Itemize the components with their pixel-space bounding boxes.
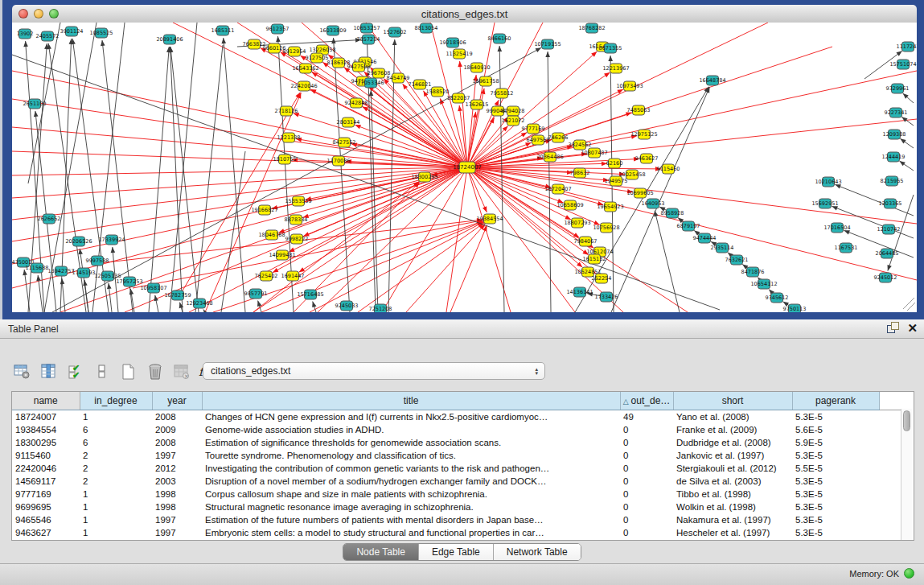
- graph-node[interactable]: 1167531: [835, 243, 858, 253]
- column-header-short[interactable]: short: [673, 392, 792, 410]
- memory-status-icon[interactable]: [904, 568, 914, 579]
- table-cell[interactable]: 0: [620, 501, 673, 513]
- graph-node[interactable]: 1115688: [26, 263, 49, 273]
- graph-node[interactable]: 17016504: [823, 223, 850, 233]
- graph-node[interactable]: 3824562: [569, 140, 592, 150]
- show-column-button[interactable]: [38, 360, 60, 384]
- graph-node[interactable]: 8671355: [599, 43, 622, 53]
- graph-node[interactable]: 16543362: [292, 64, 318, 73]
- graph-node[interactable]: 7955812: [491, 89, 514, 98]
- graph-node[interactable]: 19218506: [439, 38, 466, 47]
- graph-node[interactable]: 17957253: [116, 277, 142, 286]
- table-cell[interactable]: Tourette syndrome. Phenomenology and cla…: [202, 449, 620, 462]
- table-row[interactable]: 1872400712008Changes of HCN gene express…: [12, 410, 901, 424]
- graph-node[interactable]: 1527602: [384, 27, 407, 37]
- graph-node[interactable]: 2064485: [876, 249, 899, 258]
- graph-node[interactable]: 1615132: [583, 254, 606, 264]
- table-cell[interactable]: Dudbridge et al. (2008): [673, 436, 792, 449]
- tab-network-table[interactable]: Network Table: [494, 544, 581, 560]
- table-cell[interactable]: Genome-wide association studies in ADHD.: [202, 423, 620, 436]
- table-cell[interactable]: 5.5E-5: [792, 462, 879, 475]
- graph-node[interactable]: 6879197: [677, 221, 700, 231]
- table-cell[interactable]: 1: [80, 526, 152, 539]
- graph-node[interactable]: 10653257: [353, 23, 380, 33]
- network-view-canvas[interactable]: 7663822966012689129541322605891275058186…: [12, 23, 917, 312]
- table-cell[interactable]: 0: [620, 526, 673, 539]
- graph-node[interactable]: 1691447: [281, 271, 305, 281]
- table-cell[interactable]: 1998: [152, 501, 202, 513]
- column-header-in-degree[interactable]: in_degree: [80, 392, 152, 410]
- graph-node[interactable]: 18046768: [258, 230, 285, 240]
- table-cell[interactable]: Yano et al. (2008): [673, 410, 792, 424]
- graph-node[interactable]: 9474444: [693, 233, 717, 243]
- graph-node[interactable]: 8215955: [881, 176, 904, 186]
- network-window-titlebar[interactable]: citations_edges.txt: [12, 5, 917, 23]
- graph-node[interactable]: 9227341: [885, 108, 908, 117]
- table-cell[interactable]: Hescheler et al. (1997): [673, 526, 792, 539]
- table-cell[interactable]: 1997: [152, 526, 202, 539]
- graph-node[interactable]: 7625402: [255, 271, 278, 281]
- select-columns-button[interactable]: ✔ ✔: [64, 360, 87, 384]
- graph-node[interactable]: 746266: [548, 133, 569, 142]
- table-cell[interactable]: Investigating the contribution of common…: [202, 462, 620, 475]
- graph-node[interactable]: 798632: [570, 168, 590, 178]
- table-row[interactable]: 977716911998Corpus callosum shape and si…: [12, 488, 901, 501]
- table-cell[interactable]: 5.3E-5: [792, 488, 879, 501]
- table-row[interactable]: 1830029562008Estimation of significance …: [12, 436, 901, 449]
- graph-node[interactable]: 9329961: [886, 84, 910, 93]
- table-row[interactable]: 946362711997Embryonic stem cells: a mode…: [12, 526, 901, 539]
- graph-node[interactable]: 10719155: [534, 39, 561, 49]
- graph-node[interactable]: 7485063: [627, 105, 651, 115]
- graph-node[interactable]: 9777169: [522, 124, 545, 134]
- canvas-resize-grip[interactable]: [903, 298, 915, 311]
- table-cell[interactable]: 1: [80, 410, 152, 424]
- graph-node[interactable]: 8471876: [741, 267, 765, 277]
- graph-node[interactable]: 9245033: [335, 301, 359, 311]
- column-header-title[interactable]: title: [202, 392, 620, 410]
- table-cell[interactable]: 1997: [152, 513, 202, 526]
- graph-node[interactable]: 1170086: [327, 156, 351, 166]
- graph-node[interactable]: 1588520: [426, 87, 450, 97]
- table-cell[interactable]: 18724007: [12, 410, 80, 424]
- graph-node[interactable]: 252254: [592, 274, 612, 283]
- graph-node[interactable]: 1085525: [90, 28, 113, 38]
- graph-node[interactable]: 3901124: [60, 27, 84, 36]
- graph-node[interactable]: 15716485: [297, 290, 323, 299]
- table-cell[interactable]: 22420046: [12, 462, 80, 475]
- graph-node[interactable]: 20206526: [65, 237, 92, 246]
- table-settings-button[interactable]: [11, 360, 34, 384]
- graph-node[interactable]: 10973493: [616, 81, 643, 91]
- graph-node[interactable]: 14099481: [269, 250, 295, 260]
- table-cell[interactable]: Structural magnetic resonance image aver…: [202, 501, 620, 513]
- float-panel-icon[interactable]: [887, 322, 899, 334]
- graph-node[interactable]: 7146821: [409, 80, 432, 89]
- graph-node[interactable]: 1685311: [211, 26, 235, 35]
- graph-node[interactable]: 10658609: [556, 200, 583, 210]
- graph-node[interactable]: 2405572: [36, 31, 60, 41]
- table-cell[interactable]: Changes of HCN gene expression and I(f) …: [202, 410, 620, 424]
- graph-node[interactable]: 1362615: [466, 100, 489, 109]
- table-cell[interactable]: 9465546: [12, 513, 80, 526]
- graph-node[interactable]: 10210643: [815, 177, 841, 187]
- row-height-button[interactable]: [91, 360, 113, 384]
- graph-node[interactable]: 21053346: [357, 78, 384, 88]
- graph-node[interactable]: 16033809: [319, 26, 346, 35]
- column-header-year[interactable]: year: [152, 392, 202, 410]
- table-cell[interactable]: 5.9E-5: [792, 436, 879, 449]
- table-row[interactable]: 946554611997Estimation of the future num…: [12, 513, 901, 526]
- graph-node[interactable]: 9997588: [86, 256, 109, 266]
- table-cell[interactable]: 1998: [152, 488, 202, 501]
- table-scrollbar[interactable]: [901, 409, 912, 540]
- graph-node[interactable]: 9245012: [874, 273, 897, 282]
- graph-node[interactable]: 2626652: [38, 214, 61, 224]
- graph-node[interactable]: 7632621: [725, 255, 749, 265]
- table-cell[interactable]: 0: [620, 436, 673, 449]
- graph-node[interactable]: 20364486: [536, 152, 563, 162]
- graph-node[interactable]: 8466160: [488, 34, 511, 43]
- graph-node[interactable]: 12923468: [186, 299, 212, 308]
- graph-node[interactable]: 7984067: [574, 237, 598, 246]
- table-cell[interactable]: Disruption of a novel member of a sodium…: [202, 475, 620, 488]
- graph-node[interactable]: 1117243: [897, 42, 917, 51]
- graph-node[interactable]: 62160: [606, 159, 623, 168]
- graph-node[interactable]: 19654923: [597, 202, 623, 212]
